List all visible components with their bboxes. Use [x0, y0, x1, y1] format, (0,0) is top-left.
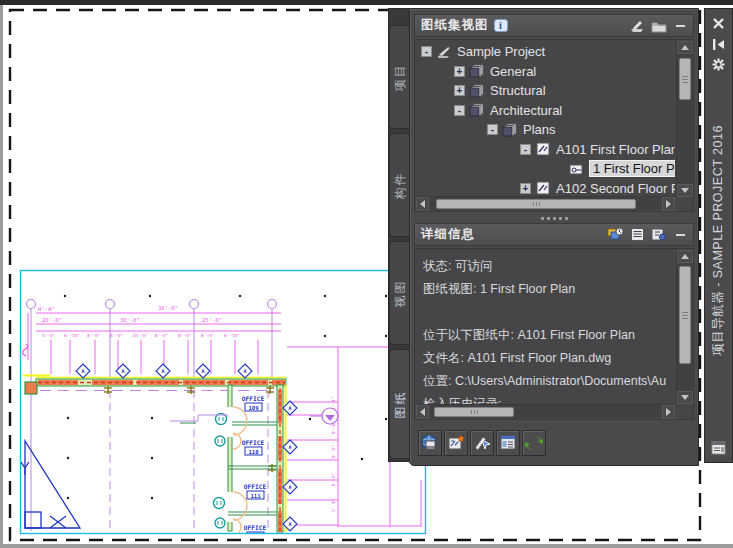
tab-views[interactable]: 视图	[389, 241, 410, 345]
close-icon[interactable]	[705, 14, 732, 32]
tree-item-label: Architectural	[490, 103, 562, 118]
details-vertical-scrollbar[interactable]	[676, 250, 692, 404]
palette-titlebar[interactable]: 项目导航器 - SAMPLE PROJECT 2016	[704, 8, 733, 463]
tab-views-label: 视图	[392, 279, 409, 307]
scroll-down-button[interactable]	[677, 391, 693, 404]
auto-hide-pin-icon[interactable]	[705, 35, 732, 53]
sheet-view-icon	[568, 162, 584, 176]
svg-text:8'-0": 8'-0"	[87, 333, 100, 338]
tree-item-general[interactable]: + General	[416, 62, 675, 82]
svg-text:OFFICE: OFFICE	[244, 524, 267, 531]
tree-hscroll-thumb[interactable]	[436, 199, 636, 209]
svg-text:38'-8": 38'-8"	[120, 317, 140, 323]
svg-text:A: A	[201, 368, 204, 374]
tree-item-label: 1 First Floor Plan	[589, 160, 675, 177]
tree-item-architectural[interactable]: - Architectural	[416, 101, 675, 121]
svg-text:A: A	[81, 368, 84, 374]
new-sheet-view-icon	[447, 434, 465, 452]
tree-item-label: Structural	[490, 83, 546, 98]
tree-item-label: A101 First Floor Plan	[556, 142, 675, 157]
collapse-toggle[interactable]: -	[454, 105, 465, 116]
tree-item-first-floor-view[interactable]: 1 First Floor Plan	[416, 159, 675, 179]
section-splitter[interactable]	[414, 214, 694, 222]
scroll-left-button[interactable]	[416, 197, 429, 211]
details-panel: 状态: 可访问 图纸视图: 1 First Floor Plan 位于以下图纸中…	[414, 248, 694, 420]
minimize-sheet-views-button[interactable]	[673, 19, 687, 33]
svg-text:28'-8": 28'-8"	[42, 317, 62, 323]
etransmit-icon[interactable]	[629, 19, 645, 33]
info-icon[interactable]: i	[494, 19, 508, 32]
tree-item-structural[interactable]: + Structural	[416, 81, 675, 101]
tab-construct-label: 构件	[392, 171, 409, 199]
svg-text:111: 111	[250, 493, 261, 499]
tree-vertical-scrollbar[interactable]	[676, 41, 692, 197]
svg-text:6'-10": 6'-10"	[224, 333, 240, 338]
detail-location: 位置: C:\Users\Administrator\Documents\Au	[423, 370, 675, 393]
sheet-views-title: 图纸集视图	[421, 17, 489, 34]
scroll-right-button[interactable]	[662, 197, 675, 211]
sheet-views-header: 图纸集视图 i	[414, 14, 694, 37]
refresh-icon	[525, 434, 543, 452]
collapse-toggle[interactable]: -	[487, 124, 498, 135]
preview-history-icon[interactable]	[607, 227, 624, 242]
svg-text:OFFICE: OFFICE	[244, 483, 267, 490]
sheet-set-icon	[436, 45, 452, 59]
publish-button[interactable]	[418, 430, 442, 456]
svg-text:OFFICE: OFFICE	[242, 395, 265, 402]
detail-sheet-view: 图纸视图: 1 First Floor Plan	[423, 278, 675, 301]
scroll-up-button[interactable]	[677, 41, 693, 54]
svg-text:25'-8": 25'-8"	[202, 317, 222, 323]
properties-view-button[interactable]	[496, 430, 520, 456]
svg-text:32'-8": 32'-8"	[158, 305, 178, 311]
expand-toggle[interactable]: +	[454, 66, 465, 77]
scroll-down-button[interactable]	[677, 184, 693, 197]
svg-text:OFFICE: OFFICE	[242, 439, 265, 446]
details-hscroll-thumb[interactable]	[434, 407, 514, 417]
collapse-toggle[interactable]: -	[421, 46, 432, 57]
scroll-right-button[interactable]	[662, 405, 675, 419]
details-list-icon[interactable]	[630, 227, 645, 242]
svg-text:A: A	[243, 368, 246, 374]
expand-toggle[interactable]: +	[520, 183, 531, 194]
svg-text:6'-10": 6'-10"	[64, 333, 80, 338]
tree-horizontal-scrollbar[interactable]	[416, 196, 675, 210]
svg-text:8'-0": 8'-0"	[331, 445, 336, 458]
tree-item-label: A102 Second Floor Plan	[556, 181, 675, 196]
details-horizontal-scrollbar[interactable]	[416, 404, 675, 418]
new-folder-icon[interactable]	[651, 19, 667, 33]
autocad-canvas: 4'-4" 32'-8" 28'-8" 38'-8" 25'-8" 4'-4" …	[0, 0, 733, 548]
properties-gear-icon[interactable]	[705, 55, 732, 73]
expand-toggle[interactable]: +	[454, 85, 465, 96]
tree-item-plans[interactable]: - Plans	[416, 120, 675, 140]
svg-text:A: A	[121, 368, 124, 374]
collapse-toggle[interactable]: -	[520, 144, 531, 155]
new-sheet-view-button[interactable]	[444, 430, 468, 456]
subset-icon	[502, 123, 518, 137]
tree-item-a101[interactable]: - A101 First Floor Plan	[416, 140, 675, 160]
tree-item-sample-project[interactable]: - Sample Project	[416, 42, 675, 62]
tab-project[interactable]: 项目	[389, 25, 410, 129]
svg-text:8'-0": 8'-0"	[201, 333, 214, 338]
refresh-button[interactable]	[522, 430, 546, 456]
scroll-up-button[interactable]	[677, 250, 693, 263]
palette-title-text: 项目导航器 - SAMPLE PROJECT 2016	[710, 125, 727, 356]
scroll-left-button[interactable]	[416, 405, 429, 419]
svg-text:8'-0": 8'-0"	[110, 333, 123, 338]
tab-sheets[interactable]: 图纸	[389, 349, 410, 459]
palette-toolbar	[418, 430, 546, 458]
subset-icon	[469, 103, 485, 117]
minimize-details-button[interactable]	[673, 228, 687, 242]
details-vscroll-thumb[interactable]	[679, 266, 691, 364]
tree-vscroll-thumb[interactable]	[679, 58, 691, 100]
palette-menu-icon[interactable]	[705, 439, 732, 457]
edit-view-button[interactable]	[470, 430, 494, 456]
palette-title-vertical: 项目导航器 - SAMPLE PROJECT 2016	[705, 75, 732, 405]
tree-item-a102[interactable]: + A102 Second Floor Plan	[416, 179, 675, 198]
svg-text:4'-4": 4'-4"	[38, 306, 55, 312]
tree-item-label: Plans	[523, 122, 556, 137]
svg-text:109: 109	[248, 405, 259, 411]
svg-text:A: A	[288, 444, 291, 450]
palette-tab-strip: 项目 构件 视图 图纸	[388, 8, 409, 462]
tab-construct[interactable]: 构件	[389, 133, 410, 237]
preview-pane-icon[interactable]	[651, 227, 667, 242]
